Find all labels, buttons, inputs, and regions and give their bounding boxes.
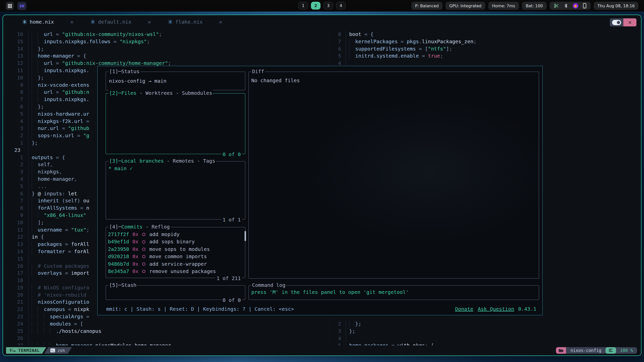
tab-close-icon[interactable]: × [219,19,222,25]
commit-node-icon [142,233,145,236]
line-number: 4 [3,175,23,183]
line-number: 5 [3,110,23,118]
lazygit-stash-panel[interactable]: [5]─Stash 0 of 0 [106,285,245,300]
line-number: 1 [3,139,23,147]
code-line: 4 [330,335,640,342]
workspace-button[interactable]: 2 [311,2,320,10]
commits-scrollbar[interactable] [245,231,246,241]
line-number: 22 [3,306,23,313]
code-line: 26 [3,335,330,342]
shell-label: zsh [58,348,65,353]
lazygit-commits-panel[interactable]: [4]─Commits - Reflog 2717f2f0xadd mopidy… [106,227,245,278]
workspace-button[interactable]: 3 [324,2,333,10]
keybindings-hint: mmit: c | Stash: s | Reset: D | Keybindi… [106,306,294,312]
line-number: 23 [3,313,23,320]
nix-snowflake-icon [90,19,95,24]
line-number: 14 [3,45,23,53]
panel-title: Status [121,68,139,74]
line-number: 11 [3,226,23,234]
files-count: 0 of 0 [221,151,242,157]
lazygit-overlay: [1]─Status nixos-config → main [2]─Files… [97,66,543,315]
line-number: 20 [3,291,23,299]
commit-row[interactable]: b49ef1d0xadd sops binary [106,238,245,245]
line-number: 6 [330,45,341,53]
window-manager-badge: $W [17,2,26,10]
ask-question-link[interactable]: Ask Question [478,306,514,312]
lazygit-status-panel[interactable]: [1]─Status nixos-config → main [106,72,245,90]
code-line: 25 ./hosts/canopus [3,328,330,335]
terminal-window: home.nix×default.nix×flake.nix× ✕ 16 url… [3,15,641,356]
system-tray [550,2,591,10]
commit-row[interactable]: 8e345a70xremove unused packages [106,268,245,275]
commit-message: move sops to modules [149,246,210,253]
commit-node-icon [142,270,145,273]
code-line: 5 initrd.systemd.enable = true; [330,52,640,60]
repo-name: nixos-config [566,347,606,354]
code-line: 13 home-manager = { [3,52,330,60]
panel-key: [1]─ [109,68,121,74]
editor-tab[interactable]: home.nix× [22,19,74,25]
code-line: 3}; [330,328,640,335]
window-close-button[interactable]: ✕ [623,18,636,26]
scroll-percent: 100 % [615,347,637,354]
line-number: 8 [3,88,23,96]
code-line: 7 kernelPackages = pkgs.linuxPackages_ze… [330,38,640,45]
code-line: 2 }; [330,320,640,328]
commit-row[interactable]: 9486b7d0xadd service-wrapper [106,260,245,268]
commit-hash: 9486b7d [108,260,129,268]
line-number: 15 [3,38,23,45]
line-number: 3 [3,168,23,175]
commit-row[interactable]: 2717f2f0xadd mopidy [106,231,245,238]
commit-hash: 2a23950 [108,246,129,253]
commit-message: add mopidy [149,231,179,238]
status-pill: Bat: 100 [522,2,547,10]
terminal-icon: >_ [50,348,55,352]
line-number: 2 [3,132,23,139]
editor-tab[interactable]: flake.nix× [168,19,222,25]
scissors-icon[interactable] [554,3,559,9]
panel-title: Command log [252,282,285,288]
code-line: 14 }; [3,45,330,53]
diff-content: No changed files [249,72,539,83]
line-number: 8 [3,204,23,212]
flame-icon[interactable] [573,3,578,9]
line-number: 3 [3,125,23,132]
panel-tabs: - Remotes - Tags [164,158,215,164]
pin-toggle[interactable] [610,18,623,26]
right-pane-bottom: 2 };3};45home.packages = with pkgs; [ [330,320,640,349]
panel-key: [3]─ [109,158,121,164]
vim-icon: Vim [9,348,16,353]
line-number: 12 [3,60,23,67]
code-line: 6 supportedFilesystems = ["ntfs"]; [330,45,640,53]
editor-tab[interactable]: default.nix× [90,19,151,25]
commit-author: 0x [132,231,138,238]
lazygit-files-panel[interactable]: [2]─Files - Worktrees - Submodules 0 of … [106,93,245,154]
donate-link[interactable]: Donate [455,306,473,312]
app-launcher-button[interactable] [6,2,14,10]
panel-title: Stash [121,282,136,288]
close-icon: ✕ [628,20,632,25]
workspace-button[interactable]: 1 [298,2,308,10]
tab-close-icon[interactable]: × [70,19,74,25]
toggle-knob-icon [612,20,621,25]
commit-row[interactable]: 2a239500xmove sops to modules [106,246,245,253]
line-number: 6 [3,190,23,197]
tab-close-icon[interactable]: × [147,19,151,25]
lazygit-branches-panel[interactable]: [3]─Local branches - Remotes - Tags * ma… [106,161,245,219]
tab-filename: default.nix [98,19,131,25]
line-number: 17 [3,269,23,277]
line-number: 26 [3,335,23,342]
bluetooth-icon[interactable] [564,3,569,9]
phone-icon[interactable] [583,3,587,9]
lazygit-command-log-panel[interactable]: Command log press 'M' in the files panel… [249,285,539,300]
line-number: 7 [3,96,23,103]
workspace-button[interactable]: 4 [336,2,346,10]
lazygit-diff-panel[interactable]: Diff No changed files [249,72,539,279]
commit-hash: b49ef1d [108,238,129,245]
commit-row[interactable]: d9202180xmove common imports [106,253,245,260]
commit-author: 0x [132,253,138,260]
code-line: 8boot = { [330,31,640,38]
panel-key: [2]─ [109,90,121,96]
line-number: 5 [330,52,341,60]
code-line: 15 inputs.nixpkgs.follows = "nixpkgs"; [3,38,330,45]
